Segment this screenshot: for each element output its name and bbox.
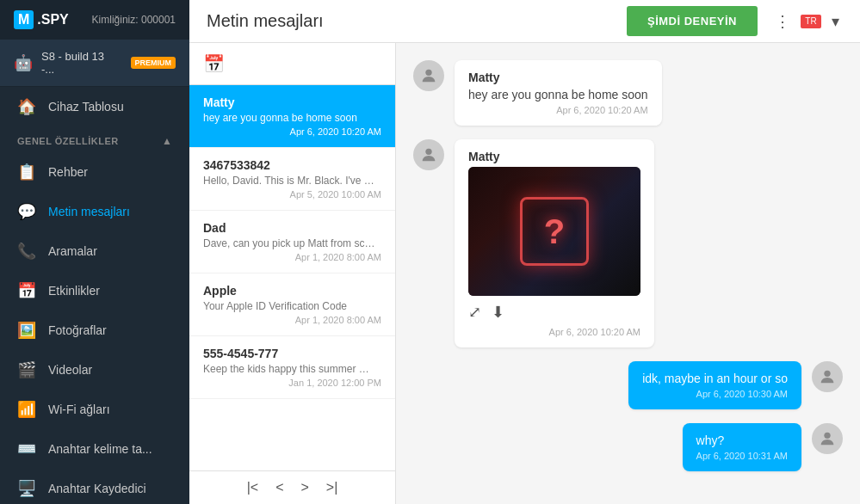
language-flag[interactable]: TR: [801, 15, 821, 28]
download-image-button[interactable]: ⬇: [492, 303, 504, 322]
first-page-button[interactable]: |<: [242, 478, 264, 497]
device-item[interactable]: 🤖 S8 - build 13 -... PREMIUM: [0, 40, 189, 87]
chat-bubble-image: Matty ? ⤢ ⬇ Apr 6, 2020 10: [455, 139, 654, 347]
chat-timestamp: Apr 6, 2020 10:20 AM: [468, 327, 640, 337]
sidebar-item-videolar-label: Videolar: [48, 363, 92, 377]
msg-time: Apr 1, 2020 8:00 AM: [203, 315, 381, 325]
chat-sender: Matty: [468, 71, 648, 84]
sidebar-item-wifi-label: Wi-Fi ağları: [48, 403, 110, 416]
question-mark-box: ?: [520, 197, 589, 266]
chat-sender: Matty: [468, 150, 640, 163]
sidebar-item-metin[interactable]: 💬 Metin mesajları: [0, 192, 189, 231]
chat-image: ?: [468, 167, 640, 296]
sidebar-item-anahtar-kelime-label: Anahtar kelime ta...: [48, 442, 152, 456]
chat-text: hey are you gonna be home soon: [468, 88, 648, 101]
more-options-button[interactable]: ⋮: [771, 9, 794, 34]
chat-timestamp: Apr 6, 2020 10:30 AM: [642, 389, 788, 399]
rehber-icon: 📋: [17, 163, 36, 181]
videolar-icon: 🎬: [17, 360, 36, 379]
sidebar-item-etkinlikler-label: Etkinlikler: [48, 284, 100, 298]
section-arrow-icon: ▲: [162, 135, 172, 147]
msg-preview: Your Apple ID Verification Code: [203, 300, 375, 312]
svg-point-2: [824, 371, 830, 377]
chat-message-3: idk, maybe in an hour or so Apr 6, 2020 …: [413, 361, 843, 409]
sidebar-item-fotograflar[interactable]: 🖼️ Fotoğraflar: [0, 310, 189, 350]
android-icon: 🤖: [14, 53, 33, 72]
main-panel: Metin mesajları ŞİMDİ DENEYİN ⋮ TR ▾ 📅 M…: [189, 0, 860, 504]
message-list: Matty hey are you gonna be home soon Apr…: [189, 85, 395, 470]
etkinlikler-icon: 📅: [17, 281, 36, 300]
sidebar-item-keylogger[interactable]: 🖥️ Anahtar Kaydedici: [0, 469, 189, 504]
msg-preview: hey are you gonna be home soon: [203, 112, 375, 124]
sidebar-item-rehber[interactable]: 📋 Rehber: [0, 152, 189, 192]
chat-timestamp: Apr 6, 2020 10:31 AM: [696, 451, 788, 461]
chat-message-4: why? Apr 6, 2020 10:31 AM: [413, 423, 843, 471]
calendar-icon[interactable]: 📅: [203, 54, 225, 73]
msg-preview: Dave, can you pick up Matt from schoo...: [203, 237, 375, 249]
sidebar-item-metin-label: Metin mesajları: [48, 205, 130, 218]
svg-point-3: [824, 433, 830, 439]
avatar: [812, 423, 843, 454]
home-icon: 🏠: [17, 97, 36, 116]
list-item[interactable]: Apple Your Apple ID Verification Code Ap…: [189, 274, 395, 336]
prev-page-button[interactable]: <: [270, 478, 288, 497]
next-page-button[interactable]: >: [296, 478, 314, 497]
msg-name: 3467533842: [203, 158, 381, 172]
sidebar-item-rehber-label: Rehber: [48, 165, 88, 179]
sidebar-item-wifi[interactable]: 📶 Wi-Fi ağları: [0, 390, 189, 429]
sidebar-item-fotograflar-label: Fotoğraflar: [48, 323, 107, 337]
last-page-button[interactable]: >|: [321, 478, 343, 497]
msg-time: Apr 1, 2020 8:00 AM: [203, 252, 381, 262]
svg-point-1: [425, 149, 431, 155]
list-item[interactable]: Matty hey are you gonna be home soon Apr…: [189, 85, 395, 148]
topbar: Metin mesajları ŞİMDİ DENEYİN ⋮ TR ▾: [189, 0, 860, 43]
chat-message-2: Matty ? ⤢ ⬇ Apr 6, 2020 10: [413, 139, 843, 347]
fotograflar-icon: 🖼️: [17, 321, 36, 340]
msg-name: Matty: [203, 95, 381, 109]
topbar-icons: ⋮ TR ▾: [771, 9, 843, 34]
question-mark-icon: ?: [544, 212, 565, 251]
message-list-panel: 📅 Matty hey are you gonna be home soon A…: [189, 43, 396, 504]
try-now-button[interactable]: ŞİMDİ DENEYİN: [627, 6, 758, 36]
keyboard-icon: ⌨️: [17, 439, 36, 458]
metin-icon: 💬: [17, 202, 36, 221]
chat-bubble-outgoing-2: why? Apr 6, 2020 10:31 AM: [683, 423, 801, 471]
dropdown-button[interactable]: ▾: [828, 9, 843, 34]
logo-spy: .SPY: [37, 12, 68, 28]
image-actions: ⤢ ⬇: [468, 303, 640, 322]
msg-time: Apr 5, 2020 10:00 AM: [203, 189, 381, 200]
msg-preview: Keep the kids happy this summer with ...: [203, 363, 375, 375]
sidebar: M .SPY Kimliğiniz: 000001 🤖 S8 - build 1…: [0, 0, 189, 504]
list-item[interactable]: 3467533842 Hello, David. This is Mr. Bla…: [189, 148, 395, 211]
device-label: S8 - build 13 -...: [41, 50, 119, 76]
msg-name: Dad: [203, 221, 381, 235]
sidebar-item-home-label: Cihaz Tablosu: [48, 100, 124, 114]
content-area: 📅 Matty hey are you gonna be home soon A…: [189, 43, 860, 504]
sidebar-item-keylogger-label: Anahtar Kaydedici: [48, 482, 146, 495]
chat-text: idk, maybe in an hour or so: [642, 372, 788, 385]
msg-time: Jan 1, 2020 12:00 PM: [203, 378, 381, 388]
sidebar-header: M .SPY Kimliğiniz: 000001: [0, 0, 189, 40]
pagination: |< < > >|: [189, 470, 395, 504]
list-item[interactable]: 555-4545-777 Keep the kids happy this su…: [189, 336, 395, 399]
calendar-header: 📅: [189, 43, 395, 85]
expand-image-button[interactable]: ⤢: [468, 303, 481, 322]
chat-text: why?: [696, 433, 788, 447]
msg-preview: Hello, David. This is Mr. Black. I've no…: [203, 175, 375, 187]
sidebar-item-aramalar[interactable]: 📞 Aramalar: [0, 231, 189, 271]
sidebar-item-videolar[interactable]: 🎬 Videolar: [0, 350, 189, 390]
msg-time: Apr 6, 2020 10:20 AM: [203, 126, 381, 137]
section-label: GENEL ÖZELLİKLER: [17, 136, 119, 146]
keylogger-icon: 🖥️: [17, 479, 36, 498]
svg-point-0: [425, 70, 431, 76]
sidebar-item-home[interactable]: 🏠 Cihaz Tablosu: [0, 87, 189, 126]
avatar: [413, 139, 444, 170]
aramalar-icon: 📞: [17, 242, 36, 261]
wifi-icon: 📶: [17, 400, 36, 419]
sidebar-item-etkinlikler[interactable]: 📅 Etkinlikler: [0, 271, 189, 310]
avatar: [812, 361, 843, 392]
premium-badge: PREMIUM: [131, 57, 176, 69]
sidebar-item-anahtar-kelime[interactable]: ⌨️ Anahtar kelime ta...: [0, 429, 189, 469]
list-item[interactable]: Dad Dave, can you pick up Matt from scho…: [189, 211, 395, 274]
chat-panel: Matty hey are you gonna be home soon Apr…: [396, 43, 860, 504]
